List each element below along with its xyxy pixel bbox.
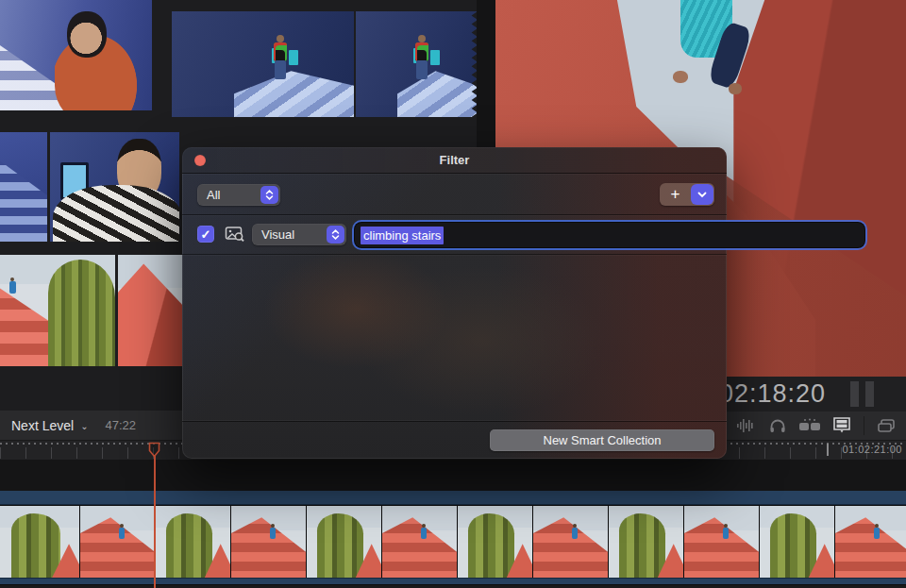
timeline-background [0, 460, 906, 491]
add-rule-group: + [660, 183, 714, 206]
close-button[interactable] [194, 155, 206, 166]
person-art [119, 528, 125, 539]
timeline-clip[interactable] [0, 491, 906, 585]
add-rule-button[interactable]: + [660, 184, 691, 205]
filmstrip-frame-stairs[interactable] [533, 506, 609, 578]
project-selector[interactable]: Next Level ⌄ [11, 418, 89, 433]
person-art [572, 528, 578, 539]
clip-thumbnail-blue-steps[interactable] [0, 132, 47, 242]
filmstrip-frame-cactus[interactable] [307, 506, 382, 578]
person-art [270, 528, 276, 539]
filmstrip-frame-cactus[interactable] [458, 506, 533, 578]
clip-thumbnail-blue-maze-2[interactable] [356, 11, 478, 117]
project-duration: 47:22 [106, 418, 137, 432]
person-teal-top-art [663, 0, 754, 91]
clip-thumbnail-cactus-stairs[interactable] [0, 255, 115, 366]
clip-thumbnail-blue-maze-1[interactable] [172, 11, 354, 117]
rule-type-dropdown[interactable]: Visual [252, 224, 346, 245]
cactus-art [48, 260, 115, 366]
filmstrip-frame-cactus[interactable] [760, 506, 835, 578]
clip-thumbnail-orange-shirt[interactable] [0, 0, 152, 110]
dialog-title: Filter [440, 153, 470, 167]
pause-icon [850, 381, 874, 407]
filmstrip-frame-stairs[interactable] [382, 506, 458, 578]
striped-shirt-art [53, 185, 179, 242]
pyramid-art [118, 263, 182, 366]
stairs-art [234, 58, 354, 117]
updown-chevrons-icon [260, 186, 278, 204]
person-art [411, 35, 432, 80]
index-panel-icon[interactable] [870, 415, 902, 436]
filmstrip-frame-cactus[interactable] [156, 506, 231, 578]
person-art [9, 281, 16, 294]
new-smart-collection-button[interactable]: New Smart Collection [490, 429, 714, 451]
stairs-art [397, 58, 478, 117]
updown-chevrons-icon [327, 226, 344, 244]
clip-appearance-icon[interactable] [826, 415, 858, 436]
person-art [270, 35, 291, 80]
filmstrip-frame-stairs[interactable] [684, 506, 760, 578]
project-name: Next Level [11, 418, 74, 433]
person-art [874, 528, 880, 539]
clip-thumbnail-selfie[interactable] [50, 132, 179, 242]
chevron-down-icon: ⌄ [80, 421, 88, 431]
visual-search-icon [225, 226, 245, 243]
filter-rule-row: ✓ Visual climbing stairs [182, 215, 727, 255]
filmstrip-frame-cactus[interactable] [609, 506, 684, 578]
match-dropdown[interactable]: All [197, 184, 280, 206]
clip-thumbnail-red-pyramid[interactable] [118, 255, 182, 366]
filmstrip-frame-stairs[interactable] [80, 506, 156, 578]
playhead-line [154, 455, 156, 588]
add-rule-chevron-button[interactable] [691, 184, 713, 205]
person-art [723, 528, 729, 539]
final-cut-pro-window: 02:18:20 Next Level ⌄ 47:22 [0, 0, 906, 588]
query-text-input[interactable]: climbing stairs [355, 223, 864, 247]
rule-type-value: Visual [252, 227, 327, 242]
filmstrip-frame-cactus[interactable] [0, 506, 80, 578]
person-art [421, 528, 427, 539]
person-head-art [67, 11, 107, 58]
ruler-major-tick [827, 444, 829, 456]
rule-enabled-checkbox[interactable]: ✓ [197, 226, 214, 243]
filmstrip-frame-stairs[interactable] [231, 506, 307, 578]
solo-clips-icon[interactable] [794, 415, 826, 436]
dialog-body [182, 255, 727, 421]
clip-bottom-bar [0, 578, 906, 584]
filter-dialog: Filter All + ✓ Visual [182, 147, 727, 459]
filmstrip-frame-stairs[interactable] [835, 506, 906, 578]
filter-match-row: All + [182, 174, 727, 215]
timecode-value: 02:18:20 [719, 379, 826, 409]
timeline-toolbar-icons [697, 411, 906, 441]
selected-query-text: climbing stairs [361, 227, 444, 244]
audio-waveform-icon[interactable] [730, 415, 762, 436]
dialog-footer: New Smart Collection [182, 421, 727, 458]
clip-top-bar [0, 491, 906, 505]
stairs-art [0, 154, 47, 242]
match-dropdown-value: All [197, 188, 260, 202]
timeline-filmstrip [0, 506, 906, 578]
ruler-timecode: 01:02:21:00 [842, 444, 902, 455]
playhead[interactable] [148, 442, 160, 588]
headphones-icon[interactable] [762, 415, 794, 436]
toolbar-divider [864, 416, 864, 435]
dialog-titlebar[interactable]: Filter [182, 147, 727, 174]
